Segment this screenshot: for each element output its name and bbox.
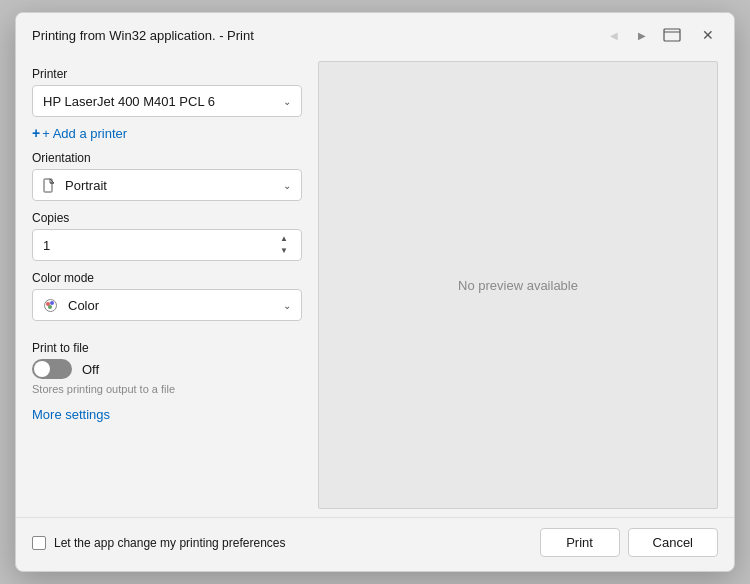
add-printer-label: + Add a printer <box>42 126 127 141</box>
orientation-dropdown[interactable]: Portrait ⌄ <box>32 169 302 201</box>
expand-icon[interactable] <box>662 27 682 43</box>
svg-point-7 <box>50 301 54 305</box>
toggle-state-label: Off <box>82 362 99 377</box>
svg-rect-2 <box>44 179 52 192</box>
portrait-icon <box>43 177 59 193</box>
printing-preferences-checkbox[interactable] <box>32 536 46 550</box>
left-panel: Printer HP LaserJet 400 M401 PCL 6 ⌄ + +… <box>32 53 302 517</box>
nav-back-arrow[interactable]: ◀ <box>606 27 622 43</box>
no-preview-text: No preview available <box>458 278 578 293</box>
orientation-selected-value: Portrait <box>65 178 107 193</box>
printer-selected-value: HP LaserJet 400 M401 PCL 6 <box>43 94 215 109</box>
title-controls: ◀ ▶ ✕ <box>606 25 718 45</box>
print-dialog: Printing from Win32 application. - Print… <box>15 12 735 572</box>
print-to-file-label: Print to file <box>32 341 302 355</box>
add-printer-icon: + <box>32 125 40 141</box>
dialog-footer: Let the app change my printing preferenc… <box>16 517 734 571</box>
cancel-button[interactable]: Cancel <box>628 528 718 557</box>
more-settings-link[interactable]: More settings <box>32 407 302 422</box>
print-button[interactable]: Print <box>540 528 620 557</box>
dialog-title: Printing from Win32 application. - Print <box>32 28 254 43</box>
color-mode-dropdown[interactable]: Color ⌄ <box>32 289 302 321</box>
printer-chevron-icon: ⌄ <box>283 96 291 107</box>
copies-label: Copies <box>32 211 302 225</box>
svg-point-8 <box>48 305 52 309</box>
footer-buttons: Print Cancel <box>540 528 718 557</box>
add-printer-button[interactable]: + + Add a printer <box>32 125 302 141</box>
color-mode-label: Color mode <box>32 271 302 285</box>
checkbox-text: Let the app change my printing preferenc… <box>54 536 285 550</box>
color-mode-selected-value: Color <box>68 298 99 313</box>
copies-control: 1 ▲ ▼ <box>32 229 302 261</box>
preview-panel: No preview available <box>318 61 718 509</box>
print-to-file-toggle[interactable] <box>32 359 72 379</box>
checkbox-label[interactable]: Let the app change my printing preferenc… <box>32 536 530 550</box>
dialog-body: Printer HP LaserJet 400 M401 PCL 6 ⌄ + +… <box>16 53 734 517</box>
orientation-label: Orientation <box>32 151 302 165</box>
color-mode-icon <box>43 297 62 313</box>
nav-forward-arrow[interactable]: ▶ <box>634 27 650 43</box>
svg-rect-0 <box>664 29 680 41</box>
print-to-file-section: Print to file Off Stores printing output… <box>32 331 302 395</box>
printer-label: Printer <box>32 67 302 81</box>
printer-dropdown[interactable]: HP LaserJet 400 M401 PCL 6 ⌄ <box>32 85 302 117</box>
title-bar: Printing from Win32 application. - Print… <box>16 13 734 53</box>
color-mode-chevron-icon: ⌄ <box>283 300 291 311</box>
copies-value: 1 <box>43 238 50 253</box>
nav-controls: ◀ ▶ <box>606 27 682 43</box>
copies-down-button[interactable]: ▼ <box>277 245 291 257</box>
close-button[interactable]: ✕ <box>698 25 718 45</box>
orientation-chevron-icon: ⌄ <box>283 180 291 191</box>
toggle-hint: Stores printing output to a file <box>32 383 302 395</box>
copies-up-button[interactable]: ▲ <box>277 233 291 245</box>
toggle-knob <box>34 361 50 377</box>
